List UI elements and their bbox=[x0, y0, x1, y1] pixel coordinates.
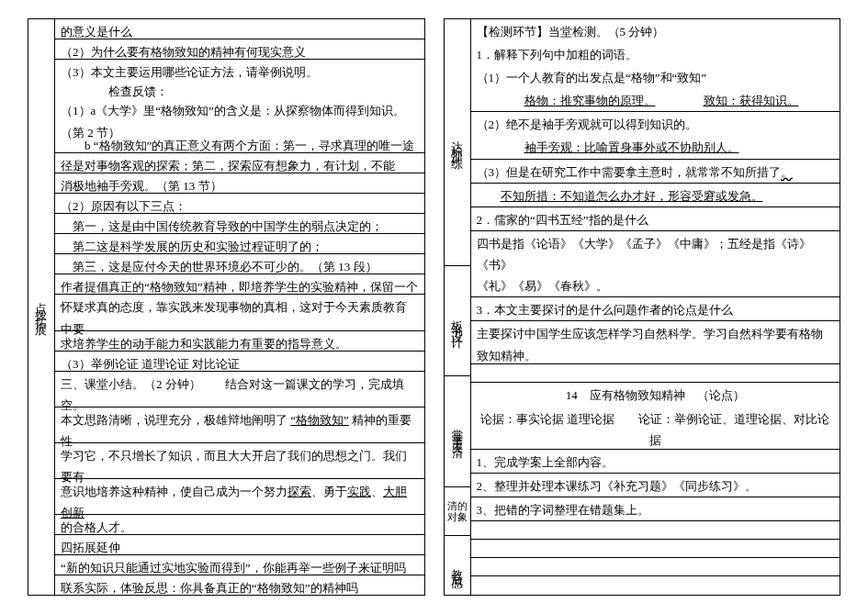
text-line: “新的知识只能通过实地实验而得到”，你能再举一些例子来证明吗 bbox=[55, 555, 424, 575]
text-line: （3）但是在研究工作中需要拿主意时，就常常不知所措了。 bbox=[471, 160, 840, 184]
section-label-banshu: 板书设计 bbox=[445, 266, 470, 376]
text-line: 第一，这是由中国传统教育导致的中国学生的弱点决定的； bbox=[55, 214, 424, 234]
text-line: 求培养学生的动手能力和实践能力有重要的指导意义。 bbox=[55, 331, 424, 352]
summary-line: 意识地培养这种精神，使自己成为一个努力探索、勇于实践、大胆创新 bbox=[55, 479, 424, 515]
summary-line: 的合格人才。 bbox=[55, 515, 424, 535]
text-line: 1．解释下列句中加粗的词语。 bbox=[471, 42, 840, 65]
text-line: 第三，这是应付今天的世界环境必不可少的。（第 13 段） bbox=[55, 254, 424, 274]
text-line: 《礼》《易》《春秋》。 bbox=[471, 274, 840, 297]
blank-row bbox=[471, 540, 840, 558]
text-line: （1）一个人教育的出发点是“格物”和“致知” bbox=[471, 65, 840, 88]
answer: 不知所措：不知道怎么办才好，形容受窘或发急。 bbox=[501, 189, 763, 203]
text-line: 三、课堂小结。（2 分钟） 结合对这一篇课文的学习，完成填空。 bbox=[55, 372, 424, 407]
text-line: 论据：事实论据 道理论据 论证：举例论证、道理论据、对比论据 bbox=[471, 407, 840, 450]
section-label-jiaohou: 教后感 bbox=[445, 536, 470, 595]
text-line: 检查反馈： bbox=[55, 79, 424, 98]
text-line: 四拓展延伸 bbox=[55, 535, 424, 555]
text-line: 2、整理并处理本课练习《补充习题》《同步练习》。 bbox=[471, 474, 840, 497]
blank: 实践 bbox=[347, 485, 371, 498]
text-line: 消极地袖手旁观。（第 13 节） bbox=[55, 173, 424, 194]
answer-line: 不知所措：不知道怎么办才好，形容受窘或发急。 bbox=[471, 184, 840, 207]
text: 、 bbox=[371, 485, 383, 498]
left-content: 的意义是什么 （2）为什么要有格物致知的精神有何现实意义 （3）本文主要运用哪些… bbox=[55, 19, 424, 595]
text-line: 2．儒家的“四书五经”指的是什么 bbox=[471, 207, 840, 231]
answer: 致知：获得知识。 bbox=[704, 94, 799, 107]
text-line: 3．本文主要探讨的是什么问题作者的论点是什么 bbox=[471, 297, 840, 321]
text-line: （1）a《大学》里“格物致知”的含义是：从探察物体而得到知识。（第 2 节） bbox=[55, 98, 424, 133]
blank: 探索 bbox=[287, 485, 311, 498]
right-content: 【检测环节】当堂检测。（5 分钟） 1．解释下列句中加粗的词语。 （1）一个人教… bbox=[471, 19, 840, 595]
blank-row bbox=[471, 576, 840, 595]
text-line: （3）本文主要运用哪些论证方法，请举例说明。 bbox=[55, 60, 424, 79]
text-line: （2）为什么要有格物致知的精神有何现实意义 bbox=[55, 39, 424, 60]
summary-line: 本文思路清晰，说理充分，极雄辩地阐明了 “格物致知” 精神的重要性 bbox=[55, 407, 424, 443]
blank: “格物致知” bbox=[290, 413, 349, 427]
text-line: 的意义是什么 bbox=[55, 19, 424, 39]
text-line bbox=[471, 521, 840, 540]
answer: 格物：推究事物的原理。 bbox=[524, 94, 656, 107]
text-line: （2）绝不是袖手旁观就可以得到知识的。 bbox=[471, 112, 840, 135]
answer-line: 格物：推究事物的原理。 致知：获得知识。 bbox=[471, 88, 840, 112]
text: 本文思路清晰，说理充分，极雄辩地阐明了 bbox=[61, 413, 287, 427]
text-line: 3、把错的字词整理在错题集上。 bbox=[471, 497, 840, 521]
text-line: 径是对事物客观的探索；第二，探索应有想象力，有计划，不能 bbox=[55, 153, 424, 173]
text-line: （2）原因有以下三点： bbox=[55, 194, 424, 214]
text-line bbox=[471, 364, 840, 383]
text-line: 【检测环节】当堂检测。（5 分钟） bbox=[471, 19, 840, 42]
answer-line: 袖手旁观：比喻置身事外或不协助别人。 bbox=[471, 135, 840, 159]
left-side-label: 点拨拓展 bbox=[28, 19, 54, 595]
answer: 袖手旁观：比喻置身事外或不协助别人。 bbox=[524, 140, 739, 154]
text-line: b “格物致知”的真正意义有两个方面：第一，寻求真理的唯一途 bbox=[55, 133, 424, 153]
text-line: 1、完成学案上全部内容。 bbox=[471, 450, 840, 474]
text: （3）但是在研究工作中需要拿主意时，就常常不知所措了 bbox=[477, 165, 782, 179]
text-line: 作者提倡真正的“格物致知”精神，即培养学生的实验精神，保留一个 bbox=[55, 274, 424, 295]
text-line: 第二这是科学发展的历史和实验过程证明了的； bbox=[55, 234, 424, 254]
blank-row bbox=[471, 558, 840, 576]
text-line: 主要探讨中国学生应该怎样学习自然科学。学习自然科学要有格物致知精神。 bbox=[471, 321, 840, 364]
text-line: 联系实际，体验反思：你具备真正的“格物致知”的精神吗 bbox=[55, 575, 424, 595]
summary-line: 学习它，不只增长了知识，而且大大开启了我们的思想之门。我们要有 bbox=[55, 443, 424, 479]
section-label-tangqing: 堂堂清天天清 bbox=[445, 376, 470, 486]
title-line: 14 应有格物致知精神 （论点） bbox=[471, 383, 840, 406]
section-label-qingde: 清的对象 bbox=[445, 487, 470, 537]
section-label-dabiao: 达标训练 bbox=[445, 19, 470, 266]
text-line: 四书是指《论语》《大学》《孟子》《中庸》；五经是指《诗》《书》 bbox=[471, 231, 840, 274]
text: 意识地培养这种精神，使自己成为一个努力 bbox=[61, 485, 287, 498]
text-line: （3）举例论证 道理论证 对比论证 bbox=[55, 352, 424, 372]
text-line: 怀疑求真的态度，靠实践来发现事物的真相，这对于今天素质教育中要 bbox=[55, 295, 424, 330]
text: 、勇于 bbox=[311, 485, 347, 498]
